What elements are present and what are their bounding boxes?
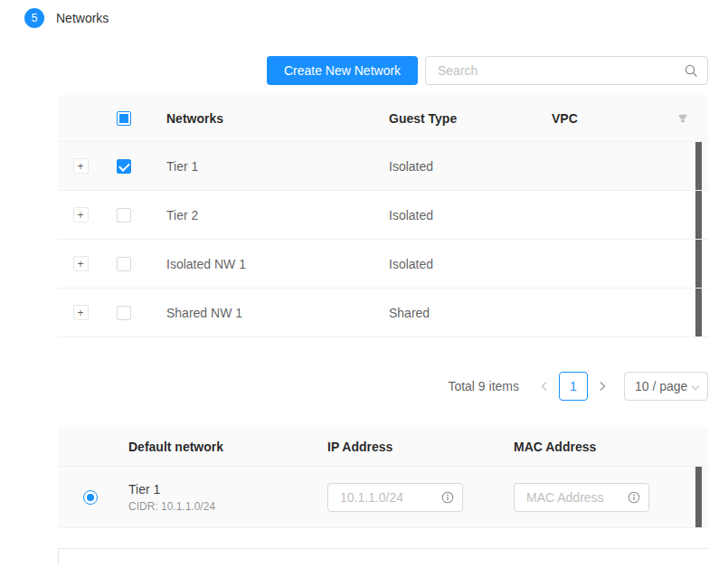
- pagination: Total 9 items 1 10 / page: [58, 372, 708, 401]
- default-network-cidr: CIDR: 10.1.1.0/24: [128, 500, 322, 513]
- content-bottom-divider: [58, 548, 708, 565]
- next-page-button[interactable]: [591, 372, 613, 401]
- guest-type-value: Isolated: [367, 257, 530, 271]
- table-row[interactable]: + Tier 2 Isolated: [58, 191, 708, 240]
- search-input[interactable]: [436, 62, 685, 79]
- step-number-badge: 5: [24, 8, 44, 28]
- search-icon[interactable]: [685, 64, 697, 77]
- network-name: Tier 2: [145, 208, 367, 222]
- column-mac-address: MAC Address: [508, 440, 708, 454]
- default-network-name: Tier 1: [128, 482, 322, 497]
- search-box[interactable]: [425, 56, 708, 85]
- guest-type-value: Isolated: [367, 208, 530, 222]
- default-network-table: Default network IP Address MAC Address T…: [58, 427, 708, 528]
- page-number-button[interactable]: 1: [559, 372, 588, 401]
- row-checkbox[interactable]: [117, 159, 131, 174]
- mac-address-input-box[interactable]: [514, 483, 649, 512]
- pagination-total: Total 9 items: [448, 379, 519, 393]
- network-name: Shared NW 1: [145, 306, 367, 320]
- column-default-network: Default network: [123, 440, 322, 454]
- page-size-value: 10 / page: [635, 379, 687, 393]
- scrollbar-thumb[interactable]: [695, 289, 702, 336]
- info-icon[interactable]: [441, 491, 454, 504]
- expand-row-button[interactable]: +: [73, 256, 89, 271]
- default-network-radio[interactable]: [83, 490, 98, 505]
- column-networks: Networks: [145, 111, 367, 126]
- wizard-step-header: 5 Networks: [0, 0, 728, 28]
- network-name: Tier 1: [145, 159, 367, 174]
- toolbar: Create New Network: [58, 56, 708, 85]
- networks-table: Networks Guest Type VPC + Tier 1 Isolate…: [58, 95, 708, 337]
- row-checkbox[interactable]: [117, 208, 131, 222]
- default-network-row[interactable]: Tier 1 CIDR: 10.1.1.0/24: [58, 467, 708, 528]
- scrollbar-thumb[interactable]: [695, 142, 702, 190]
- column-vpc: VPC: [530, 111, 657, 126]
- row-checkbox[interactable]: [117, 306, 131, 320]
- expand-row-button[interactable]: +: [73, 207, 89, 222]
- select-all-checkbox[interactable]: [117, 111, 131, 126]
- scrollbar-thumb[interactable]: [695, 467, 702, 527]
- guest-type-value: Shared: [367, 306, 530, 320]
- guest-type-value: Isolated: [367, 159, 530, 174]
- column-guest-type: Guest Type: [367, 111, 530, 126]
- page-size-select[interactable]: 10 / page: [624, 372, 708, 401]
- expand-row-button[interactable]: +: [73, 158, 89, 174]
- table-row[interactable]: + Shared NW 1 Shared: [58, 289, 708, 337]
- ip-address-input[interactable]: [338, 489, 438, 506]
- default-network-table-header: Default network IP Address MAC Address: [58, 427, 708, 467]
- table-row[interactable]: + Tier 1 Isolated: [58, 142, 708, 191]
- scrollbar-thumb[interactable]: [695, 240, 702, 288]
- ip-address-input-box[interactable]: [327, 483, 463, 512]
- step-title: Networks: [56, 11, 109, 25]
- chevron-down-icon: [691, 379, 700, 393]
- info-icon[interactable]: [628, 491, 640, 504]
- expand-row-button[interactable]: +: [73, 305, 89, 320]
- networks-table-header: Networks Guest Type VPC: [58, 95, 708, 142]
- table-row[interactable]: + Isolated NW 1 Isolated: [58, 240, 708, 289]
- create-new-network-button[interactable]: Create New Network: [267, 56, 418, 85]
- mac-address-input[interactable]: [525, 489, 624, 506]
- previous-page-button[interactable]: [534, 372, 555, 401]
- column-ip-address: IP Address: [322, 440, 508, 454]
- row-checkbox[interactable]: [117, 257, 131, 271]
- scrollbar-thumb[interactable]: [695, 191, 702, 239]
- step-content: Create New Network Networks Guest Type V…: [58, 56, 708, 565]
- filter-icon[interactable]: [657, 113, 708, 124]
- network-name: Isolated NW 1: [145, 257, 367, 271]
